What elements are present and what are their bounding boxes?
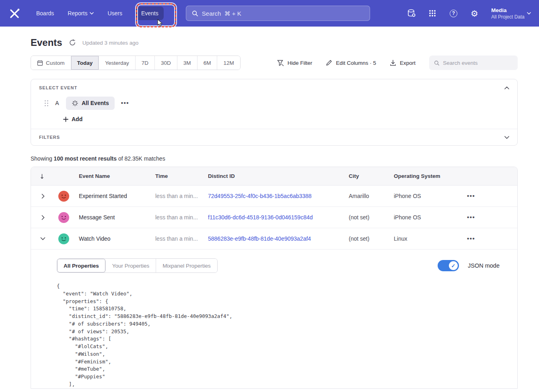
table-row-expanded[interactable]: Watch Video less than a min... 5886283e-… bbox=[31, 228, 517, 250]
date-yesterday-button[interactable]: Yesterday bbox=[99, 56, 136, 70]
date-range-group: Custom Today Yesterday 7D 30D 3M 6M 12M bbox=[31, 56, 241, 70]
expand-row-icon[interactable] bbox=[31, 215, 55, 220]
page-title: Events bbox=[31, 37, 62, 48]
col-os[interactable]: Operating System bbox=[388, 173, 461, 179]
date-today-button[interactable]: Today bbox=[71, 56, 99, 70]
search-events-input[interactable] bbox=[443, 60, 513, 66]
date-3m-button[interactable]: 3M bbox=[177, 56, 197, 70]
drag-handle-icon[interactable] bbox=[45, 100, 48, 106]
hide-filter-button[interactable]: Hide Filter bbox=[277, 60, 313, 66]
date-6m-button[interactable]: 6M bbox=[197, 56, 218, 70]
updated-timestamp: Updated 3 minutes ago bbox=[82, 40, 139, 46]
filter-funnel-icon bbox=[277, 60, 284, 66]
help-icon[interactable]: ? bbox=[448, 8, 458, 18]
nav-item-events[interactable]: Events bbox=[136, 6, 164, 20]
project-subtitle: All Project Data bbox=[491, 14, 525, 20]
results-summary: Showing 100 most recent results of 82.35… bbox=[31, 155, 518, 162]
project-name: Media bbox=[491, 7, 525, 13]
sort-icon[interactable] bbox=[31, 173, 55, 179]
global-search-input[interactable] bbox=[202, 10, 364, 17]
mixpanel-logo-icon[interactable] bbox=[8, 7, 21, 20]
event-query-row: A All Events ••• bbox=[31, 94, 517, 110]
date-7d-button[interactable]: 7D bbox=[136, 56, 155, 70]
row-options-menu[interactable]: ••• bbox=[467, 193, 475, 199]
calendar-icon bbox=[37, 60, 43, 66]
date-12m-button[interactable]: 12M bbox=[217, 56, 240, 70]
tab-mixpanel-properties[interactable]: Mixpanel Properties bbox=[156, 259, 217, 272]
events-page: Events Updated 3 minutes ago Custom Toda… bbox=[0, 37, 539, 389]
check-icon: ✓ bbox=[451, 263, 456, 269]
all-events-chip[interactable]: All Events bbox=[66, 97, 115, 110]
sparkle-burst-icon bbox=[72, 100, 78, 107]
chevron-down-icon bbox=[90, 12, 94, 14]
events-table: Event Name Time Distinct ID City Operati… bbox=[31, 167, 518, 389]
chevron-up-icon[interactable] bbox=[504, 87, 509, 89]
event-city: (not set) bbox=[343, 214, 388, 221]
top-navbar: Boards Reports Users Events bbox=[0, 0, 539, 27]
nav-item-reports[interactable]: Reports bbox=[68, 10, 94, 17]
filters-label: FILTERS bbox=[39, 135, 60, 140]
event-time: less than a min... bbox=[149, 214, 202, 221]
col-distinct-id[interactable]: Distinct ID bbox=[202, 173, 343, 179]
tab-all-properties[interactable]: All Properties bbox=[57, 259, 106, 272]
plus-icon bbox=[63, 117, 68, 122]
event-time: less than a min... bbox=[149, 235, 202, 242]
event-name: Watch Video bbox=[73, 235, 149, 242]
row-options-menu[interactable]: ••• bbox=[467, 235, 475, 242]
distinct-id-link[interactable]: f11c30d6-dc6d-4518-9136-0d046159c84d bbox=[208, 214, 313, 221]
search-icon bbox=[434, 60, 439, 66]
collapse-row-icon[interactable] bbox=[31, 237, 55, 240]
event-time: less than a min... bbox=[149, 193, 202, 199]
search-events-box[interactable] bbox=[429, 56, 518, 70]
nav-item-boards[interactable]: Boards bbox=[36, 10, 54, 17]
select-event-label: SELECT EVENT bbox=[39, 85, 77, 90]
table-row[interactable]: Message Sent less than a min... f11c30d6… bbox=[31, 207, 517, 228]
col-time[interactable]: Time bbox=[149, 173, 202, 179]
step-letter: A bbox=[55, 100, 60, 106]
expand-row-icon[interactable] bbox=[31, 194, 55, 199]
settings-gear-icon[interactable]: ⚙ bbox=[469, 8, 479, 18]
properties-tab-group: All Properties Your Properties Mixpanel … bbox=[57, 258, 218, 273]
col-event-name[interactable]: Event Name bbox=[73, 173, 149, 179]
event-os: iPhone OS bbox=[388, 214, 461, 221]
add-event-button[interactable]: Add bbox=[31, 110, 517, 129]
project-selector[interactable]: Media All Project Data bbox=[491, 7, 531, 20]
apps-grid-icon[interactable] bbox=[428, 8, 437, 18]
select-event-header[interactable]: SELECT EVENT bbox=[31, 79, 517, 94]
event-options-menu[interactable]: ••• bbox=[121, 102, 129, 104]
chevron-down-icon[interactable] bbox=[504, 136, 509, 139]
event-os: Linux bbox=[388, 235, 461, 242]
distinct-id-link[interactable]: 5886283e-e9fb-48fb-81de-40e9093a2af4 bbox=[208, 235, 311, 242]
event-detail-panel: All Properties Your Properties Mixpanel … bbox=[31, 250, 517, 388]
json-mode-toggle[interactable]: ✓ bbox=[438, 260, 459, 271]
json-mode-label: JSON mode bbox=[468, 262, 500, 269]
query-builder-card: SELECT EVENT A All Events ••• Add FILTER… bbox=[31, 79, 518, 146]
pencil-icon bbox=[326, 60, 332, 66]
navbar-right: ? ⚙ Media All Project Data bbox=[407, 7, 531, 20]
data-management-icon[interactable] bbox=[407, 8, 416, 18]
export-button[interactable]: Export bbox=[390, 60, 416, 66]
refresh-icon[interactable] bbox=[69, 39, 76, 46]
event-avatar bbox=[58, 233, 69, 244]
distinct-id-link[interactable]: 72d49553-25fc-4f0c-b436-1b5ac6ab3388 bbox=[208, 193, 312, 199]
filters-header[interactable]: FILTERS bbox=[31, 129, 517, 145]
global-search[interactable] bbox=[186, 6, 370, 21]
nav-item-users[interactable]: Users bbox=[107, 10, 122, 17]
event-json-view: { "event": "Watch Video", "properties": … bbox=[57, 283, 508, 388]
date-custom-button[interactable]: Custom bbox=[31, 56, 71, 70]
event-name: Message Sent bbox=[73, 214, 149, 221]
event-avatar bbox=[58, 212, 69, 223]
row-options-menu[interactable]: ••• bbox=[467, 214, 475, 221]
search-icon bbox=[192, 10, 198, 17]
primary-nav: Boards Reports Users Events bbox=[36, 6, 164, 20]
table-row[interactable]: Experiment Started less than a min... 72… bbox=[31, 186, 517, 207]
date-30d-button[interactable]: 30D bbox=[155, 56, 177, 70]
chevron-down-icon bbox=[527, 12, 531, 14]
table-header-row: Event Name Time Distinct ID City Operati… bbox=[31, 167, 517, 186]
edit-columns-button[interactable]: Edit Columns · 5 bbox=[326, 60, 376, 66]
event-city: (not set) bbox=[343, 235, 388, 242]
col-city[interactable]: City bbox=[343, 173, 388, 179]
event-name: Experiment Started bbox=[73, 193, 149, 199]
tab-your-properties[interactable]: Your Properties bbox=[106, 259, 156, 272]
event-os: iPhone OS bbox=[388, 193, 461, 199]
